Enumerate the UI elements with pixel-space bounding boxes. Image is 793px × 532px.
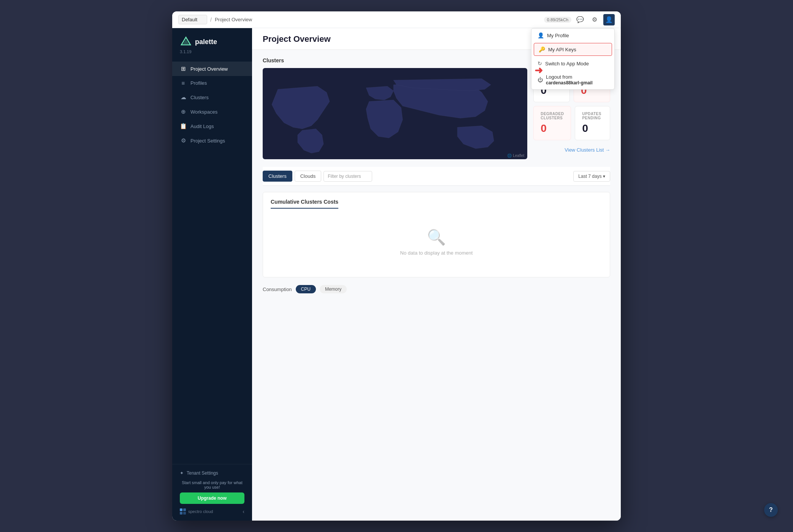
clusters-icon: ☁ bbox=[180, 94, 187, 101]
svg-rect-3 bbox=[183, 508, 186, 511]
sidebar-item-profiles[interactable]: ≡ Profiles bbox=[172, 76, 252, 90]
palette-logo-icon bbox=[180, 36, 192, 48]
app-version: 3.1.19 bbox=[180, 49, 244, 54]
spectro-brand: spectro cloud bbox=[180, 508, 213, 515]
api-key-icon: 🔑 bbox=[539, 46, 545, 52]
audit-logs-icon: 📋 bbox=[180, 123, 187, 130]
user-dropdown-menu: 👤 My Profile 🔑 My API Keys ↻ Switch to A… bbox=[531, 28, 615, 90]
degraded-clusters-label: DEGRADED CLUSTERS bbox=[541, 112, 564, 120]
spectro-logo-icon bbox=[180, 508, 186, 515]
my-profile-item[interactable]: 👤 My Profile bbox=[531, 28, 614, 42]
filter-by-clusters-select[interactable]: Filter by clusters bbox=[324, 171, 372, 182]
view-clusters-link[interactable]: View Clusters List → bbox=[533, 144, 610, 156]
tab-right-area: Last 7 days ▾ bbox=[573, 171, 610, 182]
top-bar-actions: 0.89/25kCh 💬 ⚙ 👤 bbox=[544, 14, 615, 25]
logout-icon: ⏻ bbox=[538, 77, 543, 83]
svg-rect-4 bbox=[180, 512, 182, 515]
arrow-indicator: ➜ bbox=[534, 65, 543, 76]
tab-clouds[interactable]: Clouds bbox=[295, 171, 321, 182]
top-bar: Default / Project Overview 0.89/25kCh 💬 … bbox=[172, 11, 621, 28]
map-svg bbox=[263, 68, 527, 159]
sidebar-nav: ⊞ Project Overview ≡ Profiles ☁ Clusters… bbox=[172, 57, 252, 464]
tenant-settings-item[interactable]: ✦ Tenant Settings bbox=[180, 470, 244, 476]
upgrade-promo-text: Start small and only pay for what you us… bbox=[180, 480, 244, 489]
tab-clusters[interactable]: Clusters bbox=[263, 171, 292, 182]
breadcrumb: Default / Project Overview bbox=[178, 15, 539, 24]
sidebar-item-clusters[interactable]: ☁ Clusters bbox=[172, 90, 252, 104]
sidebar: palette 3.1.19 ⊞ Project Overview ≡ Prof… bbox=[172, 28, 252, 521]
cost-tabs: Clusters Clouds Filter by clusters Last … bbox=[263, 167, 610, 186]
project-settings-icon: ⚙ bbox=[180, 137, 187, 144]
sidebar-logo: palette 3.1.19 bbox=[172, 28, 252, 57]
profiles-icon: ≡ bbox=[180, 80, 187, 86]
sidebar-item-project-overview[interactable]: ⊞ Project Overview bbox=[172, 62, 252, 76]
my-api-keys-item[interactable]: 🔑 My API Keys bbox=[534, 43, 612, 56]
world-map: 🌐 Leaflet bbox=[263, 68, 527, 159]
sidebar-bottom: ✦ Tenant Settings Start small and only p… bbox=[172, 464, 252, 521]
timerange-select[interactable]: Last 7 days ▾ bbox=[573, 171, 610, 182]
upgrade-button[interactable]: Upgrade now bbox=[180, 492, 244, 504]
updates-pending-card: UPDATES PENDING 0 bbox=[575, 106, 610, 140]
sidebar-collapse-button[interactable]: ‹ bbox=[243, 508, 244, 515]
degraded-clusters-card: DEGRADED CLUSTERS 0 bbox=[533, 106, 571, 140]
content-area: Project Overview Clusters bbox=[252, 28, 621, 521]
app-name: palette bbox=[195, 38, 217, 46]
breadcrumb-separator: / bbox=[210, 17, 212, 23]
sidebar-item-workspaces[interactable]: ⊕ Workspaces bbox=[172, 104, 252, 119]
svg-rect-5 bbox=[183, 512, 186, 515]
degraded-clusters-value: 0 bbox=[541, 122, 564, 135]
project-overview-icon: ⊞ bbox=[180, 65, 187, 72]
logout-item[interactable]: ⏻ Logout from cardenas88karl-gmail bbox=[531, 70, 614, 89]
workspace-select[interactable]: Default bbox=[178, 15, 207, 24]
tenant-settings-icon: ✦ bbox=[180, 470, 184, 476]
consumption-section: Consumption CPU Memory bbox=[263, 285, 610, 293]
consumption-label: Consumption bbox=[263, 287, 292, 292]
svg-rect-2 bbox=[180, 508, 182, 511]
breadcrumb-page: Project Overview bbox=[215, 17, 252, 22]
user-button[interactable]: 👤 bbox=[603, 14, 615, 25]
updates-pending-value: 0 bbox=[582, 122, 603, 135]
main-layout: palette 3.1.19 ⊞ Project Overview ≡ Prof… bbox=[172, 28, 621, 521]
leaflet-attribution: 🌐 Leaflet bbox=[507, 154, 524, 158]
sidebar-item-audit-logs[interactable]: 📋 Audit Logs bbox=[172, 119, 252, 133]
usage-badge: 0.89/25kCh bbox=[544, 17, 571, 23]
cost-section-title: Cumulative Clusters Costs bbox=[271, 199, 338, 209]
workspaces-icon: ⊕ bbox=[180, 108, 187, 115]
no-data-text: No data to display at the moment bbox=[400, 250, 473, 256]
memory-button[interactable]: Memory bbox=[320, 285, 347, 293]
switch-app-mode-item[interactable]: ↻ Switch to App Mode bbox=[531, 57, 614, 70]
settings-button[interactable]: ⚙ bbox=[589, 14, 600, 25]
profile-icon: 👤 bbox=[538, 32, 544, 38]
cost-section: Cumulative Clusters Costs 🔍 No data to d… bbox=[263, 192, 610, 277]
cpu-button[interactable]: CPU bbox=[296, 285, 316, 293]
updates-pending-label: UPDATES PENDING bbox=[582, 112, 603, 120]
stats-bottom-row: DEGRADED CLUSTERS 0 UPDATES PENDING 0 bbox=[533, 106, 610, 140]
no-data-icon: 🔍 bbox=[427, 228, 446, 246]
chat-button[interactable]: 💬 bbox=[574, 14, 586, 25]
no-data-container: 🔍 No data to display at the moment bbox=[271, 213, 602, 271]
sidebar-item-project-settings[interactable]: ⚙ Project Settings bbox=[172, 133, 252, 148]
